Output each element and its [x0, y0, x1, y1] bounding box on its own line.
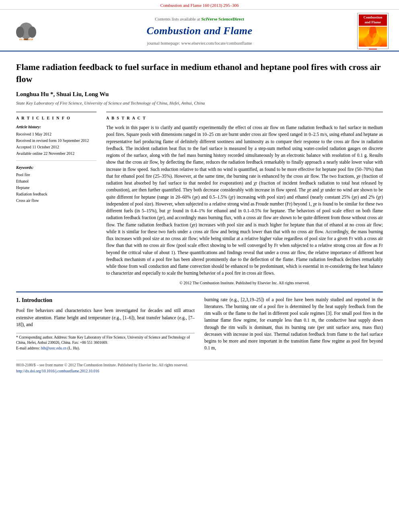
sciverse-link[interactable]: SciVerse ScienceDirect — [201, 16, 244, 21]
email-link[interactable]: hlh@ustc.edu.cn — [41, 346, 67, 350]
footnote-email: E-mail address: hlh@ustc.edu.cn (L. Hu). — [16, 346, 195, 351]
date-accepted: Accepted 11 October 2012 — [16, 144, 97, 150]
intro-body-left: Pool fire behaviors and characteristics … — [16, 307, 195, 328]
abstract-col: A B S T R A C T The work in this paper i… — [106, 112, 383, 286]
intro-section-title: 1. Introduction — [16, 296, 195, 304]
keyword-radiation: Radiation feedback — [16, 191, 97, 197]
date-received: Received 1 May 2012 — [16, 131, 97, 137]
journal-title: Combustion and Flame — [44, 24, 355, 38]
footer-copyright: 0010-2180/$ – see front matter © 2012 Th… — [16, 363, 383, 368]
article-info-heading: A R T I C L E I N F O — [16, 115, 97, 121]
elsevier-logo-area: ELSEVIER — [8, 19, 44, 43]
footnote-section: * Corresponding author. Address: State K… — [16, 333, 195, 351]
svg-text:ELSEVIER: ELSEVIER — [19, 38, 33, 41]
section-number: 1. — [16, 297, 22, 303]
introduction-section: 1. Introduction Pool fire behaviors and … — [16, 296, 383, 352]
svg-rect-10 — [369, 49, 377, 49]
date-available: Available online 22 November 2012 — [16, 151, 97, 156]
intro-left-col: 1. Introduction Pool fire behaviors and … — [16, 296, 195, 352]
footnote-star: * Corresponding author. Address: State K… — [16, 335, 195, 346]
article-info-col: A R T I C L E I N F O Article history: R… — [16, 112, 97, 286]
article-info-box: A R T I C L E I N F O Article history: R… — [16, 112, 97, 203]
article-title: Flame radiation feedback to fuel surface… — [16, 61, 383, 85]
elsevier-tree-icon: ELSEVIER — [12, 19, 40, 41]
intro-body-right: burning rate (e.g., [2,3,19–25]) of a po… — [204, 296, 383, 352]
date-revised: Received in revised form 10 September 20… — [16, 138, 97, 144]
svg-point-9 — [372, 33, 379, 42]
copyright-line: © 2012 The Combustion Institute. Publish… — [106, 280, 383, 286]
journal-header-center: Contents lists available at SciVerse Sci… — [44, 16, 355, 46]
keyword-pool-fire: Pool fire — [16, 172, 97, 178]
intro-right-col: burning rate (e.g., [2,3,19–25]) of a po… — [204, 296, 383, 352]
keywords-label: Keywords: — [16, 165, 97, 170]
top-citation-bar: Combustion and Flame 160 (2013) 295–306 — [0, 0, 399, 10]
footer-doi[interactable]: http://dx.doi.org/10.1016/j.combustflame… — [16, 369, 383, 374]
abstract-text: The work in this paper is to clarify and… — [106, 124, 383, 277]
svg-point-2 — [16, 27, 24, 38]
article-meta-section: A R T I C L E I N F O Article history: R… — [16, 112, 383, 286]
section-separator — [16, 292, 383, 292]
sciverse-line: Contents lists available at SciVerse Sci… — [44, 16, 355, 22]
history-label: Article history: — [16, 124, 97, 130]
main-content: Flame radiation feedback to fuel surface… — [0, 61, 399, 351]
authors: Longhua Hu *, Shuai Liu, Long Wu — [16, 90, 383, 99]
citation-text: Combustion and Flame 160 (2013) 295–306 — [160, 3, 239, 8]
affiliation: State Key Laboratory of Fire Science, Un… — [16, 100, 383, 106]
journal-header: ELSEVIER Contents lists available at Sci… — [0, 10, 399, 51]
journal-logo-right: Combustionand Flame — [355, 13, 391, 49]
caf-logo-title: Combustionand Flame — [359, 14, 387, 25]
caf-mini-logo: Combustionand Flame — [357, 13, 389, 49]
svg-point-3 — [28, 27, 36, 38]
keyword-ethanol: Ethanol — [16, 179, 97, 184]
abstract-heading: A B S T R A C T — [106, 112, 383, 121]
section-name: Introduction — [22, 297, 52, 303]
keyword-heptane: Heptane — [16, 185, 97, 191]
homepage-line: journal homepage: www.elsevier.com/locat… — [44, 40, 355, 46]
info-divider — [16, 160, 97, 161]
page-footer: 0010-2180/$ – see front matter © 2012 Th… — [16, 360, 383, 374]
elsevier-logo: ELSEVIER — [8, 19, 44, 41]
caf-flame-image — [359, 27, 387, 47]
keyword-cross-air: Cross air flow — [16, 198, 97, 203]
caf-logo-bottom — [369, 47, 377, 52]
